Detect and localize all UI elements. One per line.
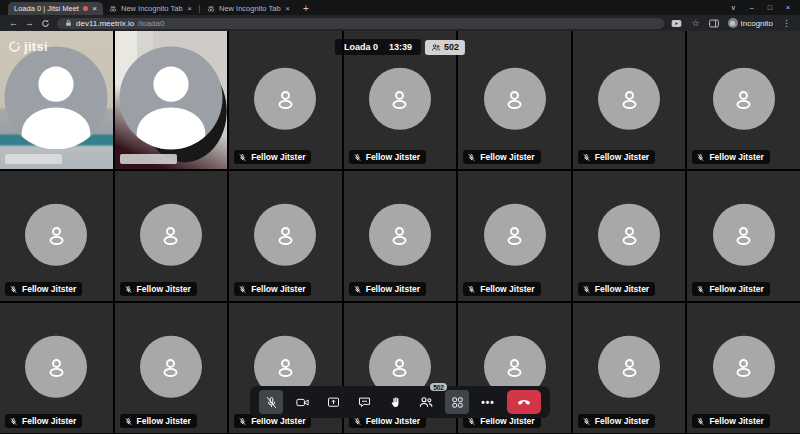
participant-tile[interactable]: Fellow Jitster [573, 303, 686, 433]
tab-strip: Loada 0 | Jitsi Meet × New Incognito Tab… [0, 0, 800, 15]
avatar [713, 336, 775, 398]
participant-name-pill [5, 154, 62, 164]
participant-tile[interactable]: Fellow Jitster [0, 303, 113, 433]
participant-tile[interactable]: Fellow Jitster [687, 171, 800, 301]
avatar [140, 336, 202, 398]
maximize-icon[interactable]: □ [768, 4, 772, 12]
person-icon [43, 353, 70, 380]
person-icon [386, 85, 413, 112]
avatar [598, 336, 660, 398]
camera-button[interactable] [290, 390, 314, 414]
new-tab-button[interactable]: + [303, 3, 309, 14]
tab-incognito-1[interactable]: New Incognito Tab × [103, 2, 198, 15]
tab-jitsi-meet[interactable]: Loada 0 | Jitsi Meet × [8, 2, 103, 15]
participant-name: Fellow Jitster [251, 152, 305, 162]
microphone-muted-icon [238, 153, 247, 162]
microphone-muted-icon [467, 153, 476, 162]
participant-tile[interactable]: Fellow Jitster [687, 303, 800, 433]
meeting-timer: 13:39 [389, 42, 412, 52]
side-panel-icon[interactable] [709, 19, 719, 28]
participant-tile[interactable]: Fellow Jitster [229, 31, 342, 169]
tab-separator [199, 5, 200, 13]
participant-video-tile[interactable] [115, 31, 228, 169]
bookmark-star-icon[interactable]: ☆ [691, 19, 699, 28]
avatar [119, 46, 222, 149]
tab-close-icon[interactable]: × [285, 4, 290, 13]
participant-tile[interactable]: Fellow Jitster [458, 171, 571, 301]
forward-icon[interactable]: → [25, 19, 34, 28]
incognito-profile-chip[interactable]: Incognito [728, 18, 773, 28]
jitsi-watermark[interactable]: jitsi [8, 39, 48, 54]
media-controls-icon[interactable] [671, 19, 682, 28]
avatar [484, 204, 546, 266]
tab-incognito-2[interactable]: New Incognito Tab × [201, 2, 296, 15]
microphone-muted-icon [467, 285, 476, 294]
microphone-muted-icon [696, 285, 705, 294]
participant-tile[interactable]: Fellow Jitster [115, 303, 228, 433]
participant-name: Fellow Jitster [595, 416, 649, 426]
avatar [25, 336, 87, 398]
participant-name: Fellow Jitster [709, 152, 763, 162]
participant-name-pill [120, 154, 177, 164]
reload-icon[interactable] [41, 19, 50, 28]
person-silhouette-icon [5, 46, 108, 149]
avatar [598, 68, 660, 130]
participant-tile[interactable]: Fellow Jitster [573, 31, 686, 169]
participant-tile[interactable]: Fellow Jitster [229, 171, 342, 301]
participant-name: Fellow Jitster [366, 152, 420, 162]
tab-close-icon[interactable]: × [187, 4, 192, 13]
participant-name: Fellow Jitster [480, 284, 534, 294]
raise-hand-button[interactable] [383, 390, 407, 414]
microphone-muted-icon [582, 285, 591, 294]
participants-button[interactable]: 502 [414, 390, 438, 414]
avatar [713, 68, 775, 130]
jitsi-logo-icon [8, 40, 21, 53]
tile-view-button[interactable] [445, 390, 469, 414]
close-icon[interactable]: × [786, 4, 790, 12]
participant-name-pill: Fellow Jitster [463, 150, 540, 164]
browser-menu-icon[interactable]: ⋮ [782, 19, 791, 28]
person-icon [501, 221, 528, 248]
participant-name-pill: Fellow Jitster [578, 282, 655, 296]
more-actions-button[interactable]: ••• [476, 390, 500, 414]
share-screen-button[interactable] [321, 390, 345, 414]
avatar [254, 204, 316, 266]
mute-microphone-button[interactable] [259, 390, 283, 414]
participant-name-pill: Fellow Jitster [578, 150, 655, 164]
person-icon [616, 85, 643, 112]
avatar [254, 68, 316, 130]
person-silhouette-icon [119, 46, 222, 149]
participant-tile[interactable]: Fellow Jitster [458, 31, 571, 169]
tab-search-chevron-icon[interactable]: ∨ [731, 4, 736, 12]
browser-toolbar: ← → dev11.meetrix.io/loada0 ☆ [0, 15, 800, 31]
meeting-toolbox: 502 ••• [250, 386, 550, 418]
person-icon [616, 353, 643, 380]
participant-tile[interactable]: Fellow Jitster [344, 171, 457, 301]
tab-close-icon[interactable]: × [92, 4, 97, 13]
hangup-button[interactable] [507, 390, 541, 414]
person-icon [501, 353, 528, 380]
participant-tile[interactable]: Fellow Jitster [115, 171, 228, 301]
back-icon[interactable]: ← [9, 19, 18, 28]
avatar [140, 204, 202, 266]
participant-name-pill: Fellow Jitster [692, 414, 769, 428]
microphone-muted-icon [582, 153, 591, 162]
minimize-icon[interactable]: – [750, 4, 754, 12]
participant-tile[interactable]: Fellow Jitster [573, 171, 686, 301]
person-icon [386, 353, 413, 380]
participant-count-pill[interactable]: 502 [425, 40, 465, 55]
participant-name: Fellow Jitster [709, 416, 763, 426]
chat-button[interactable] [352, 390, 376, 414]
address-bar[interactable]: dev11.meetrix.io/loada0 [57, 18, 664, 29]
participant-name: Fellow Jitster [22, 284, 76, 294]
tab-title: Loada 0 | Jitsi Meet [14, 4, 79, 13]
microphone-muted-icon [124, 417, 133, 426]
participant-count: 502 [444, 42, 459, 52]
participant-tile[interactable]: Fellow Jitster [687, 31, 800, 169]
microphone-muted-icon [264, 395, 279, 410]
raise-hand-icon [388, 395, 403, 410]
participant-tile[interactable]: Fellow Jitster [0, 171, 113, 301]
tile-view-icon [450, 395, 465, 410]
participant-name: Fellow Jitster [137, 284, 191, 294]
jitsi-meeting-view: Fellow Jitster Fellow Jitster [0, 31, 800, 434]
